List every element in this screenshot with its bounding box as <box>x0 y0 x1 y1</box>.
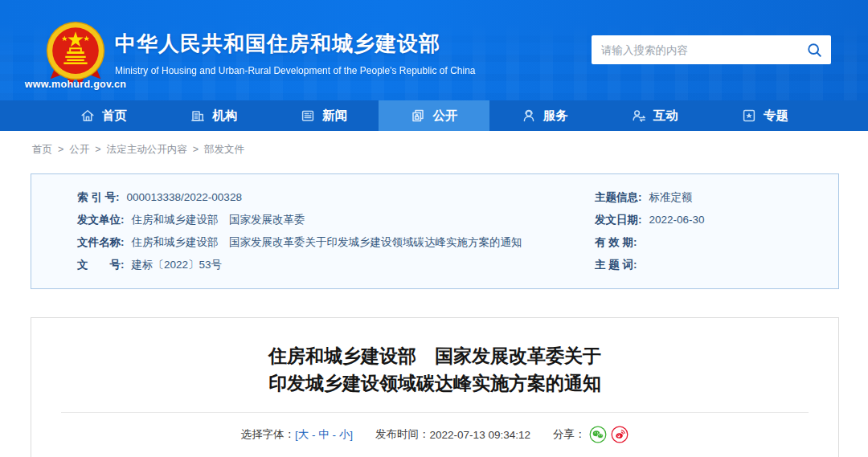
info-row-issuing-unit: 发文单位:住房和城乡建设部 国家发展改革委 <box>77 209 595 231</box>
article-meta-row: 选择字体： [ 大 - 中 - 小 ] 发布时间： 2022-07-13 09:… <box>31 426 838 443</box>
font-size-selector: 选择字体： [ 大 - 中 - 小 ] <box>241 427 354 442</box>
doc-info-left-column: 索 引 号:000013338/2022-00328 发文单位:住房和城乡建设部… <box>31 186 595 276</box>
font-size-large-button[interactable]: 大 <box>298 427 309 442</box>
breadcrumb-home[interactable]: 首页 <box>32 144 52 155</box>
field-label: 发文单位: <box>77 214 125 226</box>
home-icon <box>80 108 96 124</box>
breadcrumb-separator: > <box>193 144 199 155</box>
topics-icon <box>741 108 757 124</box>
site-url: www.mohurd.gov.cn <box>23 79 129 90</box>
nav-item-label: 首页 <box>102 108 127 124</box>
field-label: 索 引 号: <box>77 191 120 203</box>
article-box: 住房和城乡建设部 国家发展改革委关于 印发城乡建设领域碳达峰实施方案的通知 选择… <box>31 317 839 457</box>
field-label: 发文日期: <box>595 214 642 226</box>
font-size-medium-button[interactable]: 中 <box>318 427 330 442</box>
field-label: 有 效 期: <box>595 236 637 248</box>
wechat-share-icon[interactable] <box>589 426 607 443</box>
font-select-bracket-close: ] <box>350 429 353 441</box>
nav-item-label: 互动 <box>653 108 678 124</box>
nav-item-organization[interactable]: 机构 <box>158 100 268 131</box>
article-title: 住房和城乡建设部 国家发展改革委关于 印发城乡建设领域碳达峰实施方案的通知 <box>31 342 838 397</box>
breadcrumb-disclosure[interactable]: 公开 <box>69 144 89 155</box>
publish-time-value: 2022-07-13 09:34:12 <box>430 429 530 441</box>
interaction-icon <box>631 108 647 124</box>
document-info-box: 索 引 号:000013338/2022-00328 发文单位:住房和城乡建设部… <box>31 173 839 289</box>
article-title-line1: 住房和城乡建设部 国家发展改革委关于 <box>268 345 601 366</box>
field-value: 建标〔2022〕53号 <box>132 259 223 271</box>
nav-item-topics[interactable]: 专题 <box>710 100 820 131</box>
weibo-share-icon[interactable] <box>611 426 628 443</box>
info-row-subject-words: 主 题 词: <box>595 254 838 276</box>
nav-item-label: 新闻 <box>322 108 347 124</box>
search-icon <box>807 43 822 58</box>
info-row-subject-info: 主题信息:标准定额 <box>595 186 838 209</box>
breadcrumb-current: 部发文件 <box>204 144 244 155</box>
org-icon <box>190 108 206 124</box>
nav-item-interaction[interactable]: 互动 <box>600 100 710 131</box>
field-value: 标准定额 <box>649 191 693 203</box>
info-row-validity-period: 有 效 期: <box>595 231 838 254</box>
site-titles: 中华人民共和国住房和城乡建设部 Ministry of Housing and … <box>115 30 476 76</box>
breadcrumb: 首页>公开>法定主动公开内容>部发文件 <box>32 143 868 157</box>
nav-item-label: 服务 <box>543 108 568 124</box>
main-navigation: 首页 机构 新闻 公开 服务 互动 专题 <box>0 100 868 131</box>
breadcrumb-statutory-content[interactable]: 法定主动公开内容 <box>107 144 187 155</box>
service-icon <box>521 108 537 124</box>
field-label: 文件名称: <box>77 236 125 248</box>
field-label: 主 题 词: <box>595 259 637 271</box>
field-label: 文 号: <box>77 259 125 271</box>
nav-item-label: 机构 <box>212 108 237 124</box>
site-title: 中华人民共和国住房和城乡建设部 <box>115 30 476 58</box>
article-title-line2: 印发城乡建设领域碳达峰实施方案的通知 <box>268 373 601 394</box>
nav-item-news[interactable]: 新闻 <box>268 100 379 131</box>
share-group: 分享： <box>553 426 629 443</box>
nav-item-label: 公开 <box>432 108 457 124</box>
info-row-issue-date: 发文日期:2022-06-30 <box>595 209 838 231</box>
field-value: 住房和城乡建设部 国家发展改革委 <box>132 214 305 226</box>
info-row-index-number: 索 引 号:000013338/2022-00328 <box>77 186 595 209</box>
share-label: 分享： <box>553 427 586 442</box>
publish-time-label: 发布时间： <box>375 427 430 442</box>
disclosure-icon <box>410 108 426 124</box>
info-row-document-number: 文 号:建标〔2022〕53号 <box>77 254 595 276</box>
site-subtitle-english: Ministry of Housing and Urban-Rural Deve… <box>115 65 476 76</box>
nav-item-disclosure[interactable]: 公开 <box>379 100 489 131</box>
nav-item-services[interactable]: 服务 <box>489 100 600 131</box>
font-select-separator: - <box>309 429 318 441</box>
field-value: 2022-06-30 <box>649 214 705 226</box>
field-value: 住房和城乡建设部 国家发展改革委关于印发城乡建设领域碳达峰实施方案的通知 <box>132 236 522 248</box>
news-icon <box>300 108 316 124</box>
font-select-label: 选择字体： <box>241 427 296 442</box>
font-select-separator: - <box>330 429 339 441</box>
font-size-small-button[interactable]: 小 <box>339 427 350 442</box>
search-box <box>592 35 831 64</box>
field-value: 000013338/2022-00328 <box>127 191 242 203</box>
nav-item-label: 专题 <box>764 108 788 124</box>
info-row-document-name: 文件名称:住房和城乡建设部 国家发展改革委关于印发城乡建设领域碳达峰实施方案的通… <box>77 231 595 254</box>
site-header: www.mohurd.gov.cn 中华人民共和国住房和城乡建设部 Minist… <box>0 0 868 100</box>
doc-info-right-column: 主题信息:标准定额 发文日期:2022-06-30 有 效 期: 主 题 词: <box>595 186 838 276</box>
title-divider <box>61 412 809 413</box>
search-input[interactable] <box>592 44 797 56</box>
nav-item-home[interactable]: 首页 <box>48 100 158 131</box>
breadcrumb-separator: > <box>95 144 100 155</box>
breadcrumb-separator: > <box>58 144 63 155</box>
publish-time: 发布时间： 2022-07-13 09:34:12 <box>375 427 530 442</box>
search-button[interactable] <box>797 35 831 64</box>
field-label: 主题信息: <box>595 191 642 203</box>
